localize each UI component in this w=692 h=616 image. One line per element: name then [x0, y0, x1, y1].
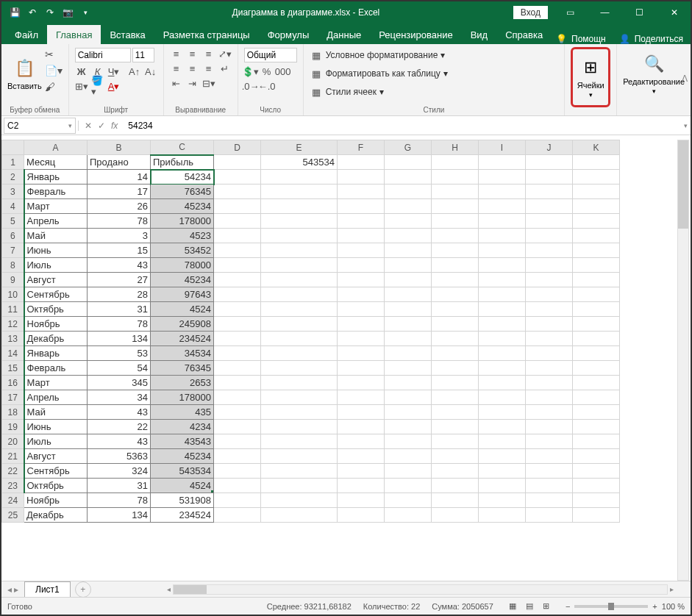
- row-header-18[interactable]: 18: [2, 405, 24, 420]
- decrease-font-icon[interactable]: A↓: [144, 65, 157, 78]
- qat-dropdown-icon[interactable]: ▾: [79, 7, 91, 18]
- col-header-H[interactable]: H: [432, 140, 479, 155]
- cell-E19[interactable]: [261, 420, 338, 434]
- cell-C21[interactable]: 45234: [151, 449, 214, 464]
- cell-C20[interactable]: 43543: [151, 434, 214, 449]
- cell-I4[interactable]: [479, 199, 526, 214]
- sign-in-button[interactable]: Вход: [513, 6, 548, 19]
- cell-G7[interactable]: [385, 243, 432, 258]
- cell-E20[interactable]: [261, 434, 338, 449]
- cell-C15[interactable]: 76345: [151, 361, 214, 376]
- cell-C19[interactable]: 4234: [151, 420, 214, 434]
- cell-G19[interactable]: [385, 420, 432, 434]
- cell-F4[interactable]: [338, 199, 385, 214]
- cell-C12[interactable]: 245908: [151, 317, 214, 332]
- undo-icon[interactable]: ↶: [26, 7, 38, 18]
- paste-button[interactable]: 📋 Вставить: [7, 47, 42, 100]
- cell-G23[interactable]: [385, 479, 432, 493]
- cell-F15[interactable]: [338, 361, 385, 376]
- cell-I8[interactable]: [479, 258, 526, 273]
- row-header-23[interactable]: 23: [2, 479, 24, 493]
- zoom-out-icon[interactable]: −: [566, 602, 570, 611]
- cell-A12[interactable]: Ноябрь: [24, 317, 88, 332]
- cell-A16[interactable]: Март: [24, 376, 88, 390]
- row-header-14[interactable]: 14: [2, 346, 24, 361]
- cell-G1[interactable]: [385, 155, 432, 170]
- row-header-12[interactable]: 12: [2, 317, 24, 332]
- zoom-slider[interactable]: [574, 605, 648, 608]
- cell-E21[interactable]: [261, 449, 338, 464]
- cell-J23[interactable]: [526, 479, 573, 493]
- cell-K12[interactable]: [573, 317, 620, 332]
- select-all-cell[interactable]: [2, 140, 24, 155]
- cell-D3[interactable]: [214, 185, 261, 199]
- fx-icon[interactable]: fx: [111, 121, 118, 131]
- cell-E7[interactable]: [261, 243, 338, 258]
- close-icon[interactable]: ✕: [657, 1, 691, 24]
- cell-F25[interactable]: [338, 508, 385, 523]
- cell-J20[interactable]: [526, 434, 573, 449]
- decrease-indent-icon[interactable]: ⇤: [170, 76, 183, 90]
- cell-A24[interactable]: Ноябрь: [24, 493, 88, 508]
- cell-A10[interactable]: Сентябрь: [24, 287, 88, 302]
- cell-K20[interactable]: [573, 434, 620, 449]
- col-header-A[interactable]: A: [24, 140, 88, 155]
- tab-page-layout[interactable]: Разметка страницы: [154, 25, 259, 44]
- cell-C16[interactable]: 2653: [151, 376, 214, 390]
- row-header-7[interactable]: 7: [2, 243, 24, 258]
- editing-button[interactable]: 🔍 Редактирование ▾: [623, 47, 685, 100]
- align-middle-icon[interactable]: ≡: [186, 47, 199, 60]
- conditional-formatting-button[interactable]: ▦Условное форматирование ▾: [310, 47, 559, 63]
- cell-A3[interactable]: Февраль: [24, 185, 88, 199]
- cell-F14[interactable]: [338, 346, 385, 361]
- cell-J24[interactable]: [526, 493, 573, 508]
- cell-K4[interactable]: [573, 199, 620, 214]
- maximize-icon[interactable]: ☐: [623, 1, 656, 24]
- cell-A21[interactable]: Август: [24, 449, 88, 464]
- cell-J1[interactable]: [526, 155, 573, 170]
- wrap-text-icon[interactable]: ↵: [218, 62, 232, 75]
- cell-K25[interactable]: [573, 508, 620, 523]
- font-color-icon[interactable]: A▾: [107, 79, 121, 93]
- cell-C17[interactable]: 178000: [151, 390, 214, 405]
- cell-K13[interactable]: [573, 332, 620, 346]
- row-header-22[interactable]: 22: [2, 464, 24, 479]
- cut-icon[interactable]: ✂: [45, 47, 63, 62]
- cell-I6[interactable]: [479, 229, 526, 243]
- cell-F20[interactable]: [338, 434, 385, 449]
- cell-G4[interactable]: [385, 199, 432, 214]
- cell-C14[interactable]: 34534: [151, 346, 214, 361]
- cell-D13[interactable]: [214, 332, 261, 346]
- cell-E1[interactable]: 543534: [261, 155, 338, 170]
- cell-C3[interactable]: 76345: [151, 185, 214, 199]
- cell-J18[interactable]: [526, 405, 573, 420]
- share-button[interactable]: Поделиться: [635, 34, 683, 44]
- cell-B21[interactable]: 5363: [88, 449, 151, 464]
- cell-I16[interactable]: [479, 376, 526, 390]
- cell-J15[interactable]: [526, 361, 573, 376]
- cell-E23[interactable]: [261, 479, 338, 493]
- cell-G5[interactable]: [385, 214, 432, 229]
- underline-icon[interactable]: Ч▾: [107, 65, 121, 78]
- cell-B7[interactable]: 15: [88, 243, 151, 258]
- cell-A4[interactable]: Март: [24, 199, 88, 214]
- col-header-I[interactable]: I: [479, 140, 526, 155]
- row-header-15[interactable]: 15: [2, 361, 24, 376]
- cell-H14[interactable]: [432, 346, 479, 361]
- cell-G21[interactable]: [385, 449, 432, 464]
- cell-I13[interactable]: [479, 332, 526, 346]
- cell-G13[interactable]: [385, 332, 432, 346]
- cell-H17[interactable]: [432, 390, 479, 405]
- cell-I17[interactable]: [479, 390, 526, 405]
- cell-A23[interactable]: Октябрь: [24, 479, 88, 493]
- align-bottom-icon[interactable]: ≡: [202, 47, 215, 60]
- tab-insert[interactable]: Вставка: [101, 25, 154, 44]
- col-header-B[interactable]: B: [88, 140, 151, 155]
- cell-J13[interactable]: [526, 332, 573, 346]
- cell-E9[interactable]: [261, 273, 338, 287]
- row-header-8[interactable]: 8: [2, 258, 24, 273]
- cell-I3[interactable]: [479, 185, 526, 199]
- cell-K22[interactable]: [573, 464, 620, 479]
- cell-A11[interactable]: Октябрь: [24, 302, 88, 317]
- page-break-view-icon[interactable]: ⊞: [539, 601, 554, 611]
